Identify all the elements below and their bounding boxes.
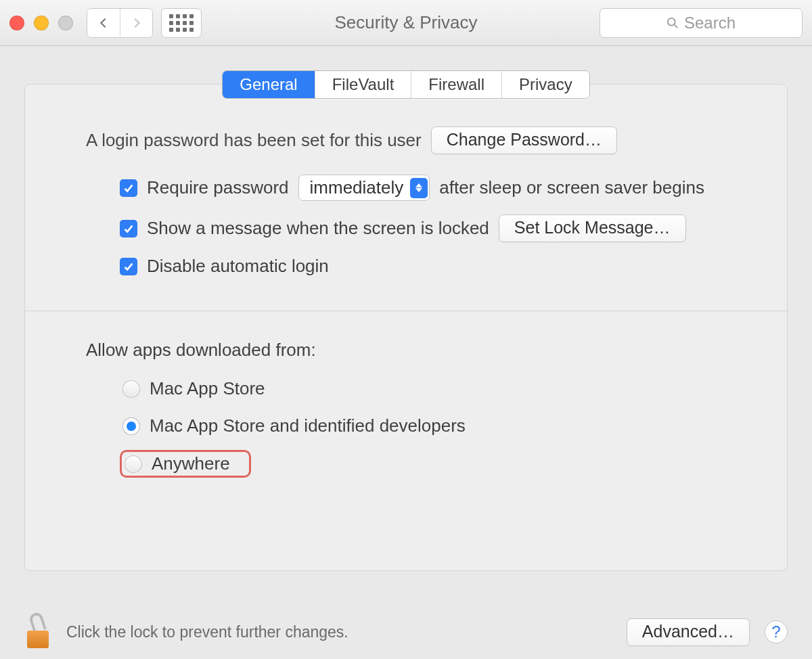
radio-icon — [122, 380, 140, 398]
lock-text: Click the lock to prevent further change… — [66, 623, 348, 641]
search-input[interactable]: Search — [600, 8, 803, 38]
allow-apps-heading: Allow apps downloaded from: — [86, 340, 746, 361]
show-message-label: Show a message when the screen is locked — [147, 218, 489, 239]
require-password-delay-select[interactable]: immediately — [298, 175, 430, 201]
change-password-button[interactable]: Change Password… — [431, 127, 617, 154]
show-message-row: Show a message when the screen is locked… — [120, 214, 746, 242]
titlebar: Security & Privacy Search — [0, 0, 812, 46]
window-body: General FileVault Firewall Privacy A log… — [0, 46, 812, 571]
disable-auto-login-label: Disable automatic login — [147, 256, 329, 277]
window-controls — [9, 16, 73, 30]
disable-auto-login-row: Disable automatic login — [120, 256, 746, 277]
check-icon — [122, 182, 135, 194]
show-message-checkbox[interactable] — [120, 220, 137, 237]
chevron-left-icon — [97, 17, 110, 29]
tab-general[interactable]: General — [223, 71, 314, 98]
radio-anywhere-label: Anywhere — [152, 453, 230, 474]
radio-icon — [122, 417, 140, 435]
radio-anywhere[interactable]: Anywhere — [120, 450, 251, 478]
login-password-row: A login password has been set for this u… — [86, 127, 746, 154]
check-icon — [122, 260, 135, 273]
lock-icon[interactable] — [24, 616, 51, 648]
check-icon — [122, 223, 135, 235]
tab-filevault[interactable]: FileVault — [315, 71, 411, 98]
nav-back-forward — [87, 8, 153, 38]
zoom-window-button[interactable] — [58, 16, 73, 30]
disable-auto-login-checkbox[interactable] — [120, 258, 137, 275]
radio-identified-developers[interactable]: Mac App Store and identified developers — [120, 413, 746, 439]
stepper-icon — [410, 178, 428, 198]
radio-mac-app-store-label: Mac App Store — [150, 378, 265, 399]
tab-privacy[interactable]: Privacy — [501, 71, 589, 98]
require-password-delay-value: immediately — [310, 177, 404, 198]
footer: Click the lock to prevent further change… — [0, 605, 812, 659]
svg-line-1 — [675, 24, 678, 28]
grid-icon — [169, 14, 194, 32]
forward-button[interactable] — [120, 9, 152, 37]
radio-icon — [125, 455, 142, 473]
allow-apps-radio-group: Mac App Store Mac App Store and identifi… — [120, 376, 746, 478]
advanced-button[interactable]: Advanced… — [627, 618, 750, 646]
set-lock-message-button[interactable]: Set Lock Message… — [499, 214, 686, 242]
require-password-after: after sleep or screen saver begins — [439, 177, 704, 198]
search-placeholder: Search — [684, 14, 736, 32]
radio-identified-label: Mac App Store and identified developers — [150, 415, 466, 436]
back-button[interactable] — [87, 9, 120, 37]
close-window-button[interactable] — [9, 16, 24, 30]
radio-mac-app-store[interactable]: Mac App Store — [120, 376, 746, 402]
show-all-button[interactable] — [161, 8, 202, 38]
require-password-row: Require password immediately after sleep… — [120, 175, 746, 201]
svg-point-0 — [668, 18, 675, 25]
tab-bar: General FileVault Firewall Privacy — [24, 70, 788, 99]
section-divider — [25, 311, 787, 311]
search-icon — [667, 17, 679, 29]
chevron-right-icon — [131, 17, 143, 29]
help-button[interactable]: ? — [765, 620, 788, 643]
login-password-text: A login password has been set for this u… — [86, 130, 422, 151]
tab-firewall[interactable]: Firewall — [411, 71, 501, 98]
require-password-checkbox[interactable] — [120, 179, 137, 197]
require-password-label: Require password — [147, 177, 289, 198]
minimize-window-button[interactable] — [34, 16, 49, 30]
general-panel: A login password has been set for this u… — [24, 84, 788, 571]
